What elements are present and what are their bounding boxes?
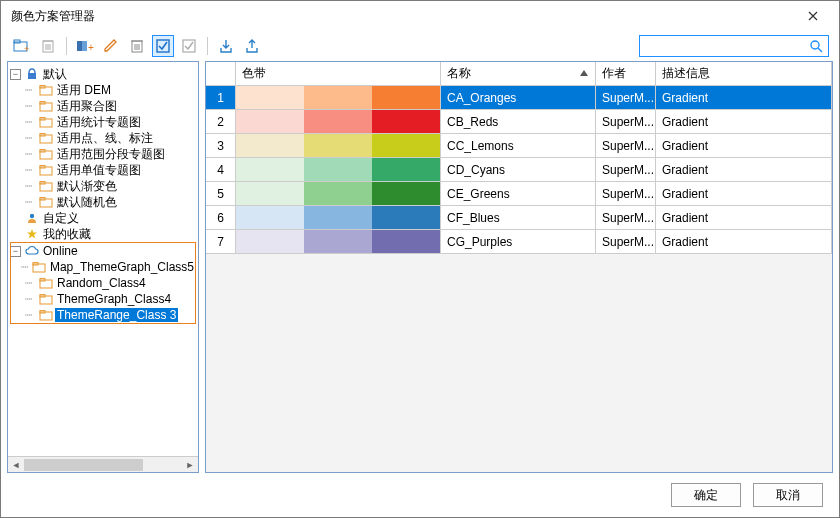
folder-icon [39,292,53,306]
col-desc[interactable]: 描述信息 [656,62,832,86]
star-icon [25,227,39,241]
search-icon[interactable] [809,39,823,53]
color-ramp [236,86,441,110]
color-ramp [236,230,441,254]
row-desc: Gradient [656,182,832,206]
color-ramp [236,110,441,134]
row-name: CD_Cyans [441,158,596,182]
tree-leaf[interactable]: ┈适用统计专题图 [10,114,196,130]
tree-leaf[interactable]: ┈ThemeRange_Class 3 [10,307,196,323]
delete-scheme-button[interactable] [126,35,148,57]
table-body: 1CA_OrangesSuperM...Gradient2CB_RedsSupe… [206,86,832,254]
row-author: SuperM... [596,110,656,134]
table-row[interactable]: 1CA_OrangesSuperM...Gradient [206,86,832,110]
tree-node-favorites[interactable]: 我的收藏 [10,226,196,242]
row-name: CF_Blues [441,206,596,230]
color-ramp [236,182,441,206]
tree-leaf[interactable]: ┈适用范围分段专题图 [10,146,196,162]
scroll-left-icon[interactable]: ◄ [8,458,24,472]
tree-leaf[interactable]: ┈ThemeGraph_Class4 [10,291,196,307]
row-desc: Gradient [656,110,832,134]
footer: 确定 取消 [1,473,839,517]
svg-rect-9 [82,41,87,51]
lock-icon [25,67,39,81]
tree-leaf[interactable]: ┈默认随机色 [10,194,196,210]
row-index: 5 [206,182,236,206]
user-icon [25,211,39,225]
scroll-right-icon[interactable]: ► [182,458,198,472]
select-all-button[interactable] [152,35,174,57]
row-author: SuperM... [596,182,656,206]
col-index[interactable] [206,62,236,86]
close-button[interactable] [793,4,833,28]
col-ramp[interactable]: 色带 [236,62,441,86]
tree-leaf[interactable]: ┈适用单值专题图 [10,162,196,178]
row-desc: Gradient [656,230,832,254]
folder-icon [39,179,53,193]
table-row[interactable]: 3CC_LemonsSuperM...Gradient [206,134,832,158]
table-row[interactable]: 5CE_GreensSuperM...Gradient [206,182,832,206]
svg-rect-8 [77,41,82,51]
deselect-all-button[interactable] [178,35,200,57]
tree-leaf[interactable]: ┈适用点、线、标注 [10,130,196,146]
separator [66,37,67,55]
row-author: SuperM... [596,158,656,182]
scroll-thumb[interactable] [24,459,143,471]
sort-asc-icon [579,68,589,78]
row-name: CG_Purples [441,230,596,254]
separator [207,37,208,55]
table-row[interactable]: 6CF_BluesSuperM...Gradient [206,206,832,230]
row-index: 2 [206,110,236,134]
table-row[interactable]: 2CB_RedsSuperM...Gradient [206,110,832,134]
search-box[interactable] [639,35,829,57]
new-folder-button[interactable]: + [11,35,33,57]
tree-leaf[interactable]: ┈Random_Class4 [10,275,196,291]
tree-node-default[interactable]: − 默认 [10,66,196,82]
tree-leaf[interactable]: ┈Map_ThemeGraph_Class5 [10,259,196,275]
svg-rect-16 [157,40,169,52]
folder-icon [32,260,46,274]
import-button[interactable] [215,35,237,57]
collapse-icon[interactable]: − [10,69,21,80]
export-button[interactable] [241,35,263,57]
table-panel: 色带 名称 作者 描述信息 1CA_OrangesSuperM...Gradie… [205,61,833,473]
new-scheme-button[interactable]: + [74,35,96,57]
horizontal-scrollbar[interactable]: ◄ ► [8,456,198,472]
row-desc: Gradient [656,86,832,110]
folder-icon [39,115,53,129]
ok-button[interactable]: 确定 [671,483,741,507]
row-author: SuperM... [596,134,656,158]
window-title: 颜色方案管理器 [11,8,95,25]
cloud-icon [25,244,39,258]
tree-node-online[interactable]: − Online [10,243,196,259]
collapse-icon[interactable]: − [10,246,21,257]
row-name: CC_Lemons [441,134,596,158]
tree-leaf[interactable]: ┈适用 DEM [10,82,196,98]
folder-icon [39,99,53,113]
row-desc: Gradient [656,206,832,230]
tree-node-custom[interactable]: 自定义 [10,210,196,226]
edit-scheme-button[interactable] [100,35,122,57]
tree-leaf[interactable]: ┈默认渐变色 [10,178,196,194]
folder-icon [39,131,53,145]
table-row[interactable]: 7CG_PurplesSuperM...Gradient [206,230,832,254]
search-input[interactable] [645,39,809,53]
toolbar: + + [1,31,839,61]
row-index: 6 [206,206,236,230]
col-name[interactable]: 名称 [441,62,596,86]
col-author[interactable]: 作者 [596,62,656,86]
row-author: SuperM... [596,206,656,230]
row-name: CE_Greens [441,182,596,206]
table-header: 色带 名称 作者 描述信息 [206,62,832,86]
row-desc: Gradient [656,134,832,158]
row-index: 7 [206,230,236,254]
row-desc: Gradient [656,158,832,182]
tree-panel: − 默认 ┈适用 DEM┈适用聚合图┈适用统计专题图┈适用点、线、标注┈适用范围… [7,61,199,473]
table-row[interactable]: 4CD_CyansSuperM...Gradient [206,158,832,182]
tree-leaf[interactable]: ┈适用聚合图 [10,98,196,114]
titlebar: 颜色方案管理器 [1,1,839,31]
svg-point-18 [811,41,819,49]
cancel-button[interactable]: 取消 [753,483,823,507]
delete-folder-button[interactable] [37,35,59,57]
svg-rect-20 [28,73,36,79]
